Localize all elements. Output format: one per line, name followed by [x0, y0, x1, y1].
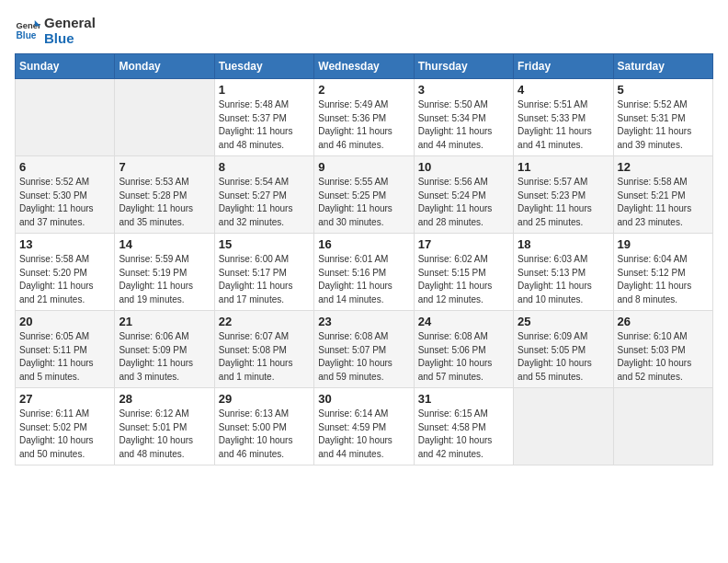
- day-info: Sunrise: 6:05 AM Sunset: 5:11 PM Dayligh…: [19, 330, 110, 384]
- day-number: 1: [219, 83, 310, 97]
- day-info: Sunrise: 6:10 AM Sunset: 5:03 PM Dayligh…: [618, 330, 709, 384]
- day-cell: 13Sunrise: 5:58 AM Sunset: 5:20 PM Dayli…: [16, 234, 115, 311]
- day-info: Sunrise: 6:00 AM Sunset: 5:17 PM Dayligh…: [219, 253, 310, 306]
- day-info: Sunrise: 6:01 AM Sunset: 5:16 PM Dayligh…: [318, 253, 409, 306]
- day-info: Sunrise: 5:59 AM Sunset: 5:19 PM Dayligh…: [119, 253, 210, 306]
- day-info: Sunrise: 5:51 AM Sunset: 5:33 PM Dayligh…: [518, 98, 609, 152]
- day-number: 12: [618, 160, 709, 174]
- day-number: 23: [318, 315, 409, 328]
- day-cell: 16Sunrise: 6:01 AM Sunset: 5:16 PM Dayli…: [314, 234, 414, 311]
- header-cell-friday: Friday: [514, 54, 613, 79]
- header-cell-tuesday: Tuesday: [214, 54, 313, 79]
- day-info: Sunrise: 6:11 AM Sunset: 5:02 PM Dayligh…: [19, 408, 110, 461]
- day-cell: [16, 79, 115, 156]
- day-cell: 22Sunrise: 6:07 AM Sunset: 5:08 PM Dayli…: [214, 311, 313, 388]
- header-cell-saturday: Saturday: [613, 54, 712, 79]
- logo-icon: General Blue: [15, 17, 40, 43]
- day-cell: 23Sunrise: 6:08 AM Sunset: 5:07 PM Dayli…: [314, 311, 414, 388]
- day-number: 17: [418, 237, 509, 251]
- day-info: Sunrise: 6:12 AM Sunset: 5:01 PM Dayligh…: [119, 408, 210, 461]
- header-cell-wednesday: Wednesday: [314, 54, 414, 79]
- day-cell: 8Sunrise: 5:54 AM Sunset: 5:27 PM Daylig…: [214, 156, 313, 234]
- day-cell: 9Sunrise: 5:55 AM Sunset: 5:25 PM Daylig…: [314, 156, 414, 234]
- day-number: 25: [518, 315, 609, 328]
- day-cell: 26Sunrise: 6:10 AM Sunset: 5:03 PM Dayli…: [613, 311, 712, 388]
- day-info: Sunrise: 5:56 AM Sunset: 5:24 PM Dayligh…: [418, 176, 509, 229]
- day-cell: 2Sunrise: 5:49 AM Sunset: 5:36 PM Daylig…: [314, 79, 414, 156]
- day-number: 10: [418, 160, 509, 174]
- day-cell: 21Sunrise: 6:06 AM Sunset: 5:09 PM Dayli…: [115, 311, 214, 388]
- day-info: Sunrise: 5:58 AM Sunset: 5:21 PM Dayligh…: [618, 176, 709, 229]
- day-number: 7: [119, 160, 210, 174]
- header-row: SundayMondayTuesdayWednesdayThursdayFrid…: [16, 54, 713, 79]
- day-number: 9: [318, 160, 409, 174]
- day-cell: 20Sunrise: 6:05 AM Sunset: 5:11 PM Dayli…: [16, 311, 115, 388]
- logo-text-general: General: [44, 15, 96, 30]
- day-info: Sunrise: 6:06 AM Sunset: 5:09 PM Dayligh…: [119, 330, 210, 384]
- logo: General Blue General Blue: [15, 15, 96, 46]
- day-info: Sunrise: 5:58 AM Sunset: 5:20 PM Dayligh…: [19, 253, 110, 306]
- day-cell: 31Sunrise: 6:15 AM Sunset: 4:58 PM Dayli…: [414, 388, 513, 465]
- day-cell: 14Sunrise: 5:59 AM Sunset: 5:19 PM Dayli…: [115, 234, 214, 311]
- day-info: Sunrise: 5:48 AM Sunset: 5:37 PM Dayligh…: [219, 98, 310, 152]
- day-number: 31: [418, 392, 509, 406]
- day-info: Sunrise: 6:04 AM Sunset: 5:12 PM Dayligh…: [618, 253, 709, 306]
- week-row-4: 20Sunrise: 6:05 AM Sunset: 5:11 PM Dayli…: [16, 311, 713, 388]
- day-cell: [115, 79, 214, 156]
- day-info: Sunrise: 5:55 AM Sunset: 5:25 PM Dayligh…: [318, 176, 409, 229]
- day-number: 21: [119, 315, 210, 328]
- day-number: 14: [119, 237, 210, 251]
- day-info: Sunrise: 5:57 AM Sunset: 5:23 PM Dayligh…: [518, 176, 609, 229]
- day-cell: 28Sunrise: 6:12 AM Sunset: 5:01 PM Dayli…: [115, 388, 214, 465]
- calendar-header: SundayMondayTuesdayWednesdayThursdayFrid…: [16, 54, 713, 79]
- calendar-table: SundayMondayTuesdayWednesdayThursdayFrid…: [15, 53, 713, 465]
- day-info: Sunrise: 6:03 AM Sunset: 5:13 PM Dayligh…: [518, 253, 609, 306]
- day-number: 11: [518, 160, 609, 174]
- day-cell: 3Sunrise: 5:50 AM Sunset: 5:34 PM Daylig…: [414, 79, 513, 156]
- day-number: 29: [219, 392, 310, 406]
- day-number: 27: [19, 392, 110, 406]
- day-info: Sunrise: 5:50 AM Sunset: 5:34 PM Dayligh…: [418, 98, 509, 152]
- day-number: 28: [119, 392, 210, 406]
- day-cell: 4Sunrise: 5:51 AM Sunset: 5:33 PM Daylig…: [514, 79, 613, 156]
- day-cell: 5Sunrise: 5:52 AM Sunset: 5:31 PM Daylig…: [613, 79, 712, 156]
- day-number: 26: [618, 315, 709, 328]
- day-cell: 1Sunrise: 5:48 AM Sunset: 5:37 PM Daylig…: [214, 79, 313, 156]
- day-number: 13: [19, 237, 110, 251]
- day-info: Sunrise: 6:14 AM Sunset: 4:59 PM Dayligh…: [318, 408, 409, 461]
- day-number: 15: [219, 237, 310, 251]
- day-number: 5: [618, 83, 709, 97]
- day-number: 16: [318, 237, 409, 251]
- day-cell: 7Sunrise: 5:53 AM Sunset: 5:28 PM Daylig…: [115, 156, 214, 234]
- day-info: Sunrise: 6:08 AM Sunset: 5:07 PM Dayligh…: [318, 330, 409, 384]
- day-cell: 27Sunrise: 6:11 AM Sunset: 5:02 PM Dayli…: [16, 388, 115, 465]
- week-row-1: 1Sunrise: 5:48 AM Sunset: 5:37 PM Daylig…: [16, 79, 713, 156]
- header-cell-sunday: Sunday: [16, 54, 115, 79]
- day-info: Sunrise: 6:13 AM Sunset: 5:00 PM Dayligh…: [219, 408, 310, 461]
- day-cell: 18Sunrise: 6:03 AM Sunset: 5:13 PM Dayli…: [514, 234, 613, 311]
- day-number: 6: [19, 160, 110, 174]
- day-number: 22: [219, 315, 310, 328]
- day-number: 8: [219, 160, 310, 174]
- day-cell: 11Sunrise: 5:57 AM Sunset: 5:23 PM Dayli…: [514, 156, 613, 234]
- day-cell: 24Sunrise: 6:08 AM Sunset: 5:06 PM Dayli…: [414, 311, 513, 388]
- day-info: Sunrise: 6:09 AM Sunset: 5:05 PM Dayligh…: [518, 330, 609, 384]
- day-info: Sunrise: 5:49 AM Sunset: 5:36 PM Dayligh…: [318, 98, 409, 152]
- day-info: Sunrise: 6:02 AM Sunset: 5:15 PM Dayligh…: [418, 253, 509, 306]
- day-cell: 17Sunrise: 6:02 AM Sunset: 5:15 PM Dayli…: [414, 234, 513, 311]
- page-header: General Blue General Blue: [15, 15, 713, 46]
- day-info: Sunrise: 5:52 AM Sunset: 5:30 PM Dayligh…: [19, 176, 110, 229]
- week-row-3: 13Sunrise: 5:58 AM Sunset: 5:20 PM Dayli…: [16, 234, 713, 311]
- day-cell: 19Sunrise: 6:04 AM Sunset: 5:12 PM Dayli…: [613, 234, 712, 311]
- day-number: 24: [418, 315, 509, 328]
- day-cell: [514, 388, 613, 465]
- day-info: Sunrise: 6:15 AM Sunset: 4:58 PM Dayligh…: [418, 408, 509, 461]
- day-info: Sunrise: 5:54 AM Sunset: 5:27 PM Dayligh…: [219, 176, 310, 229]
- week-row-2: 6Sunrise: 5:52 AM Sunset: 5:30 PM Daylig…: [16, 156, 713, 234]
- day-info: Sunrise: 6:07 AM Sunset: 5:08 PM Dayligh…: [219, 330, 310, 384]
- header-cell-thursday: Thursday: [414, 54, 513, 79]
- day-cell: 6Sunrise: 5:52 AM Sunset: 5:30 PM Daylig…: [16, 156, 115, 234]
- day-number: 18: [518, 237, 609, 251]
- calendar-body: 1Sunrise: 5:48 AM Sunset: 5:37 PM Daylig…: [16, 79, 713, 465]
- logo-text-blue: Blue: [44, 30, 96, 46]
